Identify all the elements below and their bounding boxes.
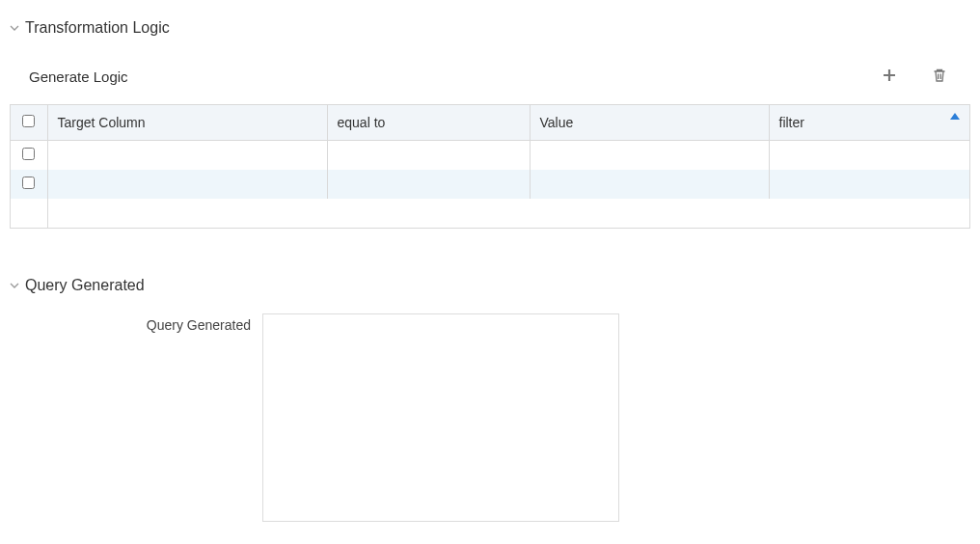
table-spacer-row xyxy=(11,199,969,228)
value-cell[interactable] xyxy=(530,141,769,170)
add-row-button[interactable] xyxy=(878,64,901,90)
query-generated-section: Query Generated Query Generated xyxy=(0,258,980,541)
table-row[interactable] xyxy=(11,170,969,199)
value-cell[interactable] xyxy=(530,170,769,199)
target-column-cell[interactable] xyxy=(47,141,327,170)
filter-cell[interactable] xyxy=(769,170,969,199)
chevron-down-icon xyxy=(10,23,19,33)
filter-cell[interactable] xyxy=(769,141,969,170)
filter-header-label: filter xyxy=(779,115,804,130)
generate-logic-toolbar: Generate Logic xyxy=(10,56,970,104)
plus-icon xyxy=(882,68,897,86)
row-checkbox[interactable] xyxy=(22,177,35,189)
table-row[interactable] xyxy=(11,141,969,170)
sort-asc-icon xyxy=(950,113,960,120)
target-column-cell[interactable] xyxy=(47,170,327,199)
toolbar-actions xyxy=(878,64,951,90)
query-generated-textarea[interactable] xyxy=(262,313,619,522)
value-header[interactable]: Value xyxy=(530,105,769,141)
filter-header[interactable]: filter xyxy=(769,105,969,141)
table-header-row: Target Column equal to Value filter xyxy=(11,105,969,141)
row-checkbox[interactable] xyxy=(22,148,35,160)
transformation-logic-title: Transformation Logic xyxy=(25,19,170,37)
query-generated-title: Query Generated xyxy=(25,277,145,294)
logic-table: Target Column equal to Value filter xyxy=(10,104,970,229)
trash-icon xyxy=(932,68,947,86)
query-generated-field-row: Query Generated xyxy=(10,313,970,541)
equal-to-cell[interactable] xyxy=(327,141,530,170)
transformation-logic-header[interactable]: Transformation Logic xyxy=(10,10,970,56)
equal-to-header[interactable]: equal to xyxy=(327,105,530,141)
chevron-down-icon xyxy=(10,281,19,290)
query-generated-label: Query Generated xyxy=(29,313,251,333)
target-column-header[interactable]: Target Column xyxy=(47,105,327,141)
select-all-checkbox[interactable] xyxy=(22,115,35,127)
transformation-logic-section: Transformation Logic Generate Logic xyxy=(0,0,980,229)
equal-to-cell[interactable] xyxy=(327,170,530,199)
query-generated-header[interactable]: Query Generated xyxy=(10,267,970,313)
select-all-header xyxy=(11,105,47,141)
delete-row-button[interactable] xyxy=(928,64,951,90)
generate-logic-label: Generate Logic xyxy=(29,68,128,85)
